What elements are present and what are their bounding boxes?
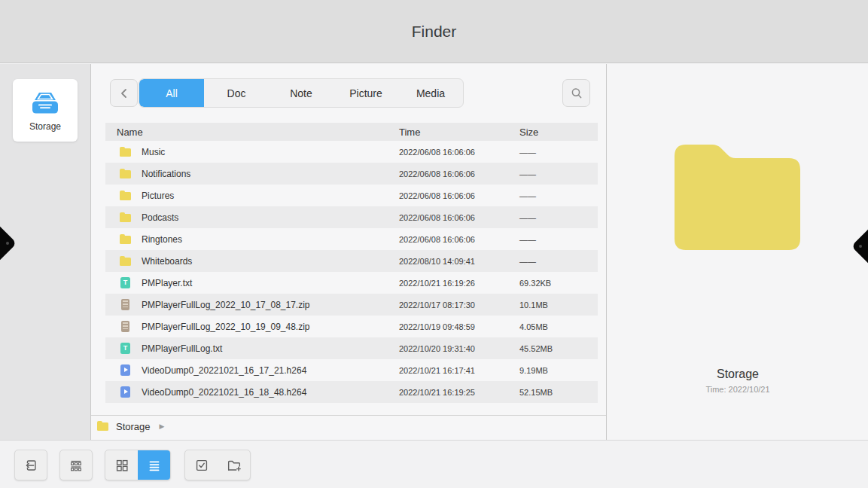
list-view-button[interactable] — [138, 450, 170, 480]
table-row[interactable]: PMPlayerFullLog_2022_10_19_09_48.zip 202… — [105, 316, 598, 337]
right-handle-dot-icon — [859, 245, 862, 248]
exit-icon — [23, 457, 39, 474]
app-title: Finder — [412, 23, 457, 41]
exit-button[interactable] — [14, 450, 47, 480]
file-name: PMPlayer.txt — [142, 278, 192, 288]
table-row[interactable]: Podcasts 2022/06/08 16:06:06 —— — [105, 206, 598, 228]
new-folder-button[interactable] — [218, 450, 250, 480]
file-size: 9.19MB — [519, 366, 598, 375]
table-row[interactable]: PMPlayerFullLog.txt 2022/10/20 19:31:40 … — [105, 337, 598, 359]
chevron-left-icon — [118, 87, 130, 99]
column-header-time: Time — [399, 127, 519, 138]
file-type-icon — [119, 364, 132, 377]
file-time: 2022/06/08 16:06:06 — [399, 169, 519, 178]
file-time: 2022/06/08 16:06:06 — [399, 213, 519, 222]
table-row[interactable]: VideoDump0_20221021_16_17_21.h264 2022/1… — [105, 359, 598, 381]
preview-time: Time: 2022/10/21 — [608, 385, 868, 394]
table-row[interactable]: Whiteboards 2022/08/10 14:09:41 —— — [105, 250, 598, 272]
file-time: 2022/08/10 14:09:41 — [399, 257, 519, 266]
folder-plus-icon — [226, 457, 242, 474]
table-row[interactable]: Notifications 2022/06/08 16:06:06 —— — [105, 163, 598, 185]
file-name: PMPlayerFullLog.txt — [142, 343, 222, 354]
filter-tab-label: Doc — [227, 87, 246, 99]
file-type-icon — [119, 255, 132, 268]
file-time: 2022/10/19 09:48:59 — [399, 322, 519, 331]
filter-tab-label: Picture — [349, 87, 382, 99]
sidebar-item-label: Storage — [29, 121, 61, 132]
file-name-cell: Music — [105, 145, 399, 159]
search-icon — [570, 87, 583, 100]
finder-window: Finder Storage All — [0, 0, 868, 488]
search-button[interactable] — [562, 79, 590, 107]
file-type-icon — [119, 167, 132, 181]
file-name: VideoDump0_20221021_16_18_48.h264 — [142, 387, 306, 398]
sidebar: Storage — [0, 64, 91, 440]
file-type-icon — [119, 386, 132, 399]
table-row[interactable]: Music 2022/06/08 16:06:06 —— — [105, 141, 598, 163]
file-size: 10.1MB — [519, 300, 598, 310]
file-time: 2022/06/08 16:06:06 — [399, 148, 519, 157]
file-type-icon — [119, 342, 132, 355]
filter-tab[interactable]: Picture — [333, 79, 398, 107]
filter-tab[interactable]: Note — [269, 79, 333, 107]
preview-panel: Storage Time: 2022/10/21 — [608, 64, 868, 440]
file-size: —— — [519, 169, 598, 178]
breadcrumb-storage[interactable]: Storage — [96, 419, 151, 433]
filter-tab[interactable]: All — [139, 79, 204, 107]
file-name: Whiteboards — [142, 256, 192, 267]
file-size: —— — [519, 148, 598, 157]
file-name: Ringtones — [142, 234, 182, 245]
table-row[interactable]: Pictures 2022/06/08 16:06:06 —— — [105, 185, 598, 206]
file-name-cell: VideoDump0_20221021_16_17_21.h264 — [105, 364, 399, 377]
preview-title: Storage — [608, 368, 868, 381]
breadcrumb: Storage ▶ — [91, 415, 606, 440]
file-time: 2022/10/21 16:19:26 — [399, 279, 519, 288]
edit-actions — [184, 450, 251, 480]
file-name-cell: PMPlayerFullLog_2022_10_19_09_48.zip — [105, 320, 399, 334]
main-panel: All Doc Note Picture Media — [91, 64, 607, 440]
large-folder-icon — [675, 140, 800, 250]
select-button[interactable] — [185, 450, 218, 480]
file-size: 69.32KB — [519, 279, 598, 288]
table-row[interactable]: Ringtones 2022/06/08 16:06:06 —— — [105, 228, 598, 250]
file-name: PMPlayerFullLog_2022_10_19_09_48.zip — [142, 322, 310, 332]
file-name-cell: Podcasts — [105, 211, 399, 224]
file-size: 52.15MB — [519, 388, 598, 397]
table-row[interactable]: PMPlayerFullLog_2022_10_17_08_17.zip 202… — [105, 294, 598, 316]
file-list: Name Time Size Music 2022/06/08 16:06:06… — [105, 123, 598, 403]
left-handle-dot-icon — [6, 242, 9, 245]
sidebar-item-storage[interactable]: Storage — [13, 79, 78, 142]
file-size: —— — [519, 191, 598, 200]
file-rows: Music 2022/06/08 16:06:06 —— Notificatio… — [105, 141, 598, 403]
filter-tab-label: Media — [416, 87, 445, 99]
filter-tab-label: Note — [290, 87, 312, 99]
file-name-cell: PMPlayer.txt — [105, 276, 399, 290]
column-header-name: Name — [105, 127, 399, 138]
filter-tabs: All Doc Note Picture Media — [139, 78, 464, 108]
breadcrumb-arrow-icon: ▶ — [160, 422, 165, 430]
back-button[interactable] — [110, 79, 138, 107]
bottom-toolbar — [0, 440, 868, 488]
grid-view-button[interactable] — [105, 450, 138, 480]
view-toggle — [105, 450, 171, 480]
apps-grid-button[interactable] — [59, 450, 93, 480]
file-name-cell: Whiteboards — [105, 255, 399, 268]
file-name-cell: VideoDump0_20221021_16_18_48.h264 — [105, 386, 399, 399]
file-time: 2022/06/08 16:06:06 — [399, 191, 519, 200]
file-type-icon — [119, 298, 132, 312]
file-name: VideoDump0_20221021_16_17_21.h264 — [142, 365, 306, 376]
table-row[interactable]: PMPlayer.txt 2022/10/21 16:19:26 69.32KB — [105, 272, 598, 294]
filter-tab[interactable]: Doc — [204, 79, 269, 107]
file-list-header: Name Time Size — [105, 123, 598, 141]
filter-tab[interactable]: Media — [398, 79, 463, 107]
grid-view-icon — [114, 457, 130, 474]
column-header-size: Size — [519, 127, 598, 138]
file-name-cell: Ringtones — [105, 233, 399, 246]
table-row[interactable]: VideoDump0_20221021_16_18_48.h264 2022/1… — [105, 381, 598, 403]
file-name: PMPlayerFullLog_2022_10_17_08_17.zip — [142, 300, 310, 310]
grid-rows-icon — [68, 457, 84, 474]
storage-tray-icon — [29, 90, 62, 117]
file-type-icon — [119, 211, 132, 224]
file-type-icon — [119, 189, 132, 203]
list-view-icon — [146, 457, 163, 474]
